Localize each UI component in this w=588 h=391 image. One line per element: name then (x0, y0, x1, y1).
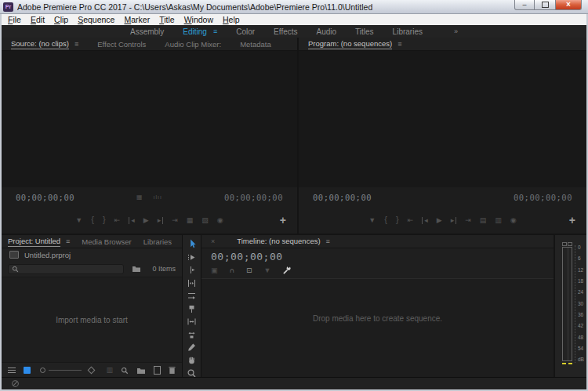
hand-tool-button[interactable] (186, 356, 198, 366)
workspace-tab-audio[interactable]: Audio (317, 27, 337, 36)
mark-out-button[interactable]: } (396, 215, 399, 224)
step-forward-button[interactable]: ▸ (451, 217, 457, 224)
maximize-button[interactable] (535, 0, 555, 10)
button-editor-button[interactable]: + (569, 214, 575, 226)
workspace-overflow-icon[interactable]: » (454, 27, 458, 35)
zoom-slider-handle[interactable] (88, 367, 96, 375)
tab-audio-clip-mixer[interactable]: Audio Clip Mixer: (165, 40, 221, 49)
tab-metadata[interactable]: Metadata (240, 40, 271, 49)
tab-media-browser[interactable]: Media Browser (82, 237, 131, 246)
rate-stretch-tool-button[interactable] (186, 291, 198, 301)
icon-view-button[interactable] (24, 367, 31, 374)
snap-toggle-button[interactable]: ∩ (230, 267, 235, 274)
workspace-tab-color[interactable]: Color (236, 27, 255, 36)
timeline-settings-wrench-icon[interactable] (282, 266, 292, 275)
add-marker-button[interactable]: ▼ (368, 217, 376, 224)
razor-tool-button[interactable] (186, 304, 198, 314)
step-forward-button[interactable]: ▸ (158, 217, 164, 224)
workspace-tab-libraries[interactable]: Libraries (393, 27, 423, 36)
tab-timeline[interactable]: Timeline: (no sequences) (237, 237, 320, 246)
step-back-button[interactable]: ◂ (422, 217, 428, 224)
ripple-edit-tool-button[interactable] (186, 265, 198, 275)
add-marker-button[interactable]: ▼ (75, 217, 82, 224)
go-to-out-button[interactable]: ⇥ (465, 217, 471, 224)
timeline-close-icon[interactable]: × (211, 237, 215, 245)
timeline-drop-area[interactable]: Drop media here to create sequence. (201, 278, 554, 378)
workspace-tab-assembly[interactable]: Assembly (130, 27, 164, 36)
workspace-tab-effects[interactable]: Effects (274, 27, 297, 36)
go-to-out-button[interactable]: ⇥ (172, 217, 178, 224)
menu-sequence[interactable]: Sequence (73, 15, 119, 24)
project-media-area[interactable]: Import media to start (2, 277, 182, 363)
program-current-timecode[interactable]: 00;00;00;00 (313, 193, 372, 202)
meter-bar[interactable] (562, 247, 572, 361)
scale-label: 30 (578, 302, 584, 307)
mark-out-button[interactable]: } (103, 215, 106, 224)
program-panel-menu-icon[interactable]: ≡ (397, 40, 401, 48)
timeline-empty-message: Drop media here to create sequence. (201, 314, 554, 323)
zoom-slider-track[interactable] (49, 370, 82, 371)
menu-help[interactable]: Help (218, 15, 245, 24)
menu-marker[interactable]: Marker (119, 15, 154, 24)
menu-title[interactable]: Title (154, 15, 179, 24)
menu-window[interactable]: Window (180, 15, 218, 24)
project-panel-menu-icon[interactable]: ≡ (66, 237, 70, 245)
nest-toggle-button[interactable]: ▣ (211, 267, 218, 274)
track-select-forward-tool-button[interactable] (186, 252, 198, 262)
close-icon: × (566, 1, 571, 9)
rolling-edit-tool-button[interactable] (186, 278, 198, 288)
go-to-in-button[interactable]: ⇤ (408, 217, 414, 224)
title-bar[interactable]: Pr Adobe Premiere Pro CC 2017 - C:\Users… (0, 0, 588, 14)
tab-libraries[interactable]: Libraries (143, 237, 172, 246)
tab-program[interactable]: Program: (no sequences) (308, 39, 392, 49)
selection-tool-button[interactable] (186, 239, 198, 249)
workspace-tab-editing[interactable]: Editing (183, 27, 207, 36)
source-current-timecode[interactable]: 00;00;00;00 (16, 193, 74, 202)
menu-file[interactable]: File (3, 15, 26, 24)
export-frame-button[interactable]: ◉ (510, 217, 517, 224)
source-panel-menu-icon[interactable]: ≡ (74, 40, 78, 48)
timeline-timecode[interactable]: 00;00;00;00 (211, 251, 283, 262)
new-bin-icon[interactable] (136, 367, 146, 375)
mark-in-button[interactable]: { (384, 215, 387, 224)
list-view-button[interactable] (8, 367, 16, 374)
step-back-button[interactable]: ◂ (129, 217, 135, 224)
slip-tool-button[interactable] (186, 317, 198, 327)
project-file-row[interactable]: Untitled.prproj (2, 248, 182, 261)
insert-button[interactable]: ▦ (187, 217, 194, 224)
tab-effect-controls[interactable]: Effect Controls (97, 40, 146, 49)
lift-button[interactable]: ▤ (480, 217, 487, 224)
slide-tool-button[interactable] (186, 330, 198, 340)
mark-in-button[interactable]: { (91, 215, 94, 224)
overwrite-button[interactable]: ▧ (201, 217, 209, 224)
go-to-in-button[interactable]: ⇤ (114, 217, 121, 224)
workspace-menu-icon[interactable]: ≡ (213, 27, 217, 35)
timeline-panel-menu-icon[interactable]: ≡ (326, 237, 330, 245)
tab-project[interactable]: Project: Untitled (8, 237, 60, 247)
button-editor-button[interactable]: + (280, 214, 286, 226)
workspace-tab-titles[interactable]: Titles (355, 27, 374, 36)
tab-source[interactable]: Source: (no clips) (11, 39, 69, 49)
play-button[interactable]: ▶ (143, 217, 149, 224)
search-bin-folder-icon[interactable] (132, 265, 141, 273)
linked-selection-button[interactable]: ⊡ (246, 267, 252, 274)
drag-audio-icon[interactable]: ılıı (154, 194, 162, 200)
zoom-slider[interactable] (40, 367, 94, 373)
close-button[interactable]: × (555, 0, 582, 10)
export-frame-button[interactable]: ◉ (217, 217, 223, 224)
extract-button[interactable]: ▥ (495, 217, 502, 224)
new-item-icon[interactable] (154, 366, 161, 375)
find-icon[interactable] (121, 367, 129, 375)
automate-to-sequence-icon[interactable]: ▥ (106, 367, 113, 374)
minimize-button[interactable]: – (514, 0, 535, 10)
search-box[interactable] (8, 264, 124, 274)
menu-edit[interactable]: Edit (26, 15, 49, 24)
pen-tool-button[interactable] (186, 342, 198, 353)
clear-trash-icon[interactable] (169, 366, 176, 375)
add-marker-button[interactable]: ▼ (264, 267, 271, 274)
drag-video-icon[interactable]: ▦ (136, 194, 143, 201)
play-button[interactable]: ▶ (437, 217, 442, 224)
status-bar (2, 377, 586, 389)
menu-clip[interactable]: Clip (49, 15, 73, 24)
search-input[interactable] (22, 265, 120, 273)
